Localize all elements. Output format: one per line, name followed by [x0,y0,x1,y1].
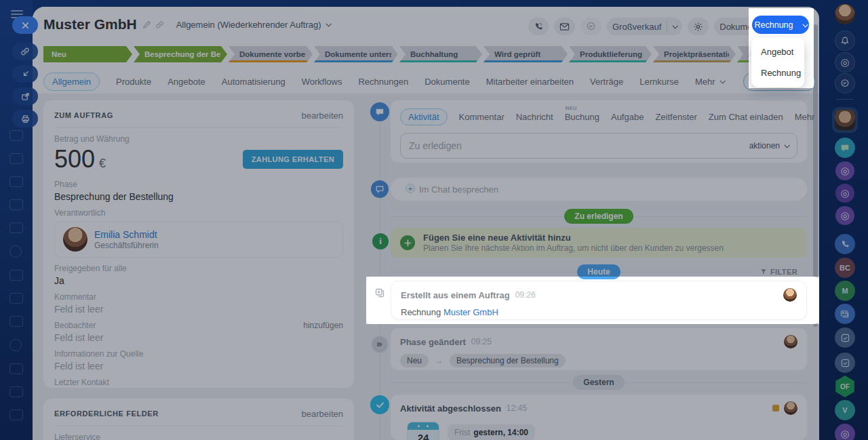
monitor-icon[interactable] [9,176,23,187]
tab-automatisierung[interactable]: Automatisierung [222,77,285,87]
link-title-icon[interactable] [155,20,164,29]
stage-besprechung[interactable]: Besprechung der Bes... [134,46,227,62]
composer-tab-zum-chat-einladen[interactable]: Zum Chat einladen [709,112,783,122]
company-icon[interactable] [9,293,23,304]
feed-item-phase[interactable]: Phase geändert 09:25 Neu → Besprechung d… [391,328,807,370]
add-activity-banner[interactable]: Fügen Sie eine neue Aktivität hinzu Plan… [391,228,807,258]
email-button[interactable] [554,18,575,35]
comment-value[interactable]: Feld ist leer [54,304,343,315]
copilot-icon[interactable]: ◎ [835,52,855,73]
notifications-bell-icon[interactable] [835,31,855,51]
composer-tab-more[interactable]: Mehr [795,112,819,122]
feed-item-created[interactable]: Erstellt aus einem Auftrag 09:26 Rechnun… [391,281,807,320]
chat-bc-avatar[interactable]: BC [835,258,855,278]
chat-discuss-input[interactable]: + Im Chat besprechen [391,178,807,201]
chat-m-avatar[interactable]: M [835,281,855,301]
observer-value[interactable]: Feld ist leer [54,332,343,343]
copilot-chat-icon[interactable]: ◎ [835,424,855,440]
document-icon[interactable] [9,316,23,327]
collapse-icon[interactable] [12,65,38,83]
invoice-link[interactable]: Muster GmbH [443,307,498,317]
composer-tab-zeitfenster[interactable]: Zeitfenster [655,112,696,122]
call-button[interactable] [528,18,549,35]
stage-projektpraesentation[interactable]: Projektpräsentation [653,46,736,62]
add-observer-link[interactable]: hinzufügen [303,321,343,330]
copilot-chat-icon[interactable]: ◎ [835,161,854,180]
stage-dokumente-unterschreiben[interactable]: Dokumente untersch... [314,46,398,62]
wifi-icon[interactable] [9,386,23,397]
settings-gear-button[interactable] [688,18,709,35]
automation-icon[interactable] [9,339,22,351]
activity-completed-icon [370,395,389,414]
active-user-avatar[interactable] [832,107,858,133]
responsible-person[interactable]: Emilia Schmidt Geschäftsführerin [54,221,343,258]
todo-input[interactable]: Zu erledigen aktionen [400,133,797,159]
drive-icon[interactable] [9,153,23,164]
task-check-icon[interactable] [835,353,855,373]
responsible-name-link[interactable]: Emilia Schmidt [94,229,159,241]
item-title: Erstellt aus einem Auftrag [401,290,510,300]
edit-section-link[interactable]: bearbeiten [302,409,343,419]
edit-section-link[interactable]: bearbeiten [302,111,343,121]
tab-angebote[interactable]: Angebote [167,77,205,87]
payment-received-button[interactable]: ZAHLUNG ERHALTEN [243,150,343,169]
tab-lernkurse[interactable]: Lernkurse [639,77,679,87]
source-value[interactable]: Feld ist leer [54,361,343,372]
stats-icon[interactable] [9,409,23,420]
composer-tab-aufgabe[interactable]: Aufgabe [611,112,644,122]
open-new-window-icon[interactable] [12,87,38,105]
edit-title-icon[interactable] [142,20,151,29]
task-check-icon[interactable] [835,327,855,348]
copilot-chat-icon[interactable]: ◎ [835,184,854,203]
composer-tab-aktivitaet[interactable]: Aktivität [400,108,448,125]
close-icon[interactable] [12,16,38,34]
contact-card-icon[interactable] [835,304,855,324]
actions-dropdown[interactable]: aktionen [749,141,789,151]
funnel-select-button[interactable]: Großverkauf [607,18,682,35]
chevron-down-icon [784,142,789,148]
card-icon[interactable] [9,363,23,374]
phase-value[interactable]: Besprechung der Bestellung [54,191,343,202]
shared-value[interactable]: Ja [54,275,343,286]
today-pill[interactable]: Heute [577,264,620,279]
panel-header: Muster GmbH Allgemein (Wiederkehrender A… [33,7,819,94]
tab-mitarbeiter-einarbeiten[interactable]: Mitarbeiter einarbeiten [486,77,574,87]
chat-icon[interactable] [9,245,22,258]
chevron-down-icon [802,22,808,27]
stage-dokumente-vorbereiten[interactable]: Dokumente vorbereit... [229,46,313,62]
composer-tab-nachricht[interactable]: Nachricht [516,112,553,122]
invoice-split-button[interactable]: Rechnung [752,16,809,34]
sign-icon[interactable] [9,270,23,281]
menu-item-rechnung[interactable]: Rechnung [751,62,804,83]
copy-link-icon[interactable] [12,43,38,60]
stage-wird-geprueft[interactable]: Wird geprüft [484,46,568,62]
tab-allgemein[interactable]: Allgemein [43,73,100,91]
stage-buchhaltung[interactable]: Buchhaltung [399,46,482,62]
tab-more[interactable]: Mehr [695,77,724,87]
phone-call-icon[interactable] [835,234,855,254]
stage-neu[interactable]: Neu [43,46,132,62]
user-avatar[interactable] [835,4,855,24]
chat-of-avatar[interactable]: OF [834,376,856,397]
tasks-icon[interactable] [9,199,23,210]
print-icon[interactable] [12,110,38,127]
chat-bubble-icon[interactable] [835,138,855,158]
tab-rechnungen[interactable]: Rechnungen [358,77,408,87]
stage-produktlieferung[interactable]: Produktlieferung [569,46,652,62]
pipeline-category-select[interactable]: Allgemein (Wiederkehrender Auftrag) [176,20,330,30]
yesterday-pill[interactable]: Gestern [573,375,624,390]
messenger-icon[interactable] [835,73,855,94]
composer-tab-buchung[interactable]: NEUBuchung [565,112,599,122]
copilot-chat-icon[interactable]: ◎ [835,206,854,225]
feed-item-activity[interactable]: Aktivität abgeschlossen 12:45 24 Frist g… [391,395,807,440]
chat-button[interactable] [580,18,601,35]
tab-vertraege[interactable]: Verträge [590,77,623,87]
composer-tab-kommentar[interactable]: Kommentar [459,112,505,122]
tab-workflows[interactable]: Workflows [302,77,342,87]
mail-icon[interactable] [9,222,23,233]
menu-item-angebot[interactable]: Angebot [751,41,804,62]
add-participant-icon[interactable]: + [406,184,415,193]
tab-produkte[interactable]: Produkte [116,77,151,87]
tab-dokumente[interactable]: Dokumente [425,77,469,87]
chat-v-avatar[interactable]: V [835,400,855,420]
